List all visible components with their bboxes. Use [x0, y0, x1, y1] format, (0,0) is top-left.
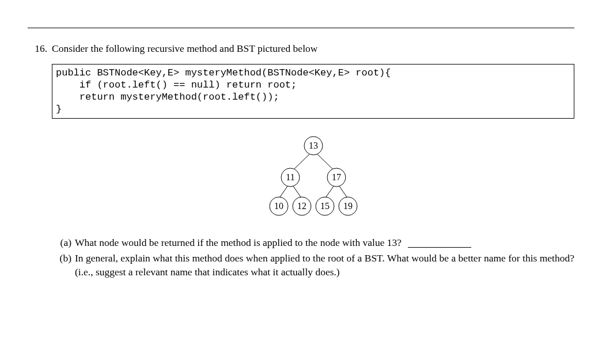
tree-node-label: 17 [332, 172, 341, 182]
subpart-text: What node would be returned if the metho… [75, 236, 574, 250]
tree-node-label: 11 [286, 172, 294, 182]
bst-diagram: 13 11 17 10 12 15 19 [250, 131, 377, 223]
answer-blank[interactable] [408, 247, 471, 248]
subpart-text: In general, explain what this method doe… [75, 252, 574, 279]
tree-node-label: 13 [309, 141, 318, 150]
code-box: public BSTNode<Key,E> mysteryMethod(BSTN… [52, 64, 574, 119]
problem: 16. Consider the following recursive met… [28, 42, 574, 282]
tree-node-label: 15 [320, 201, 330, 211]
problem-number: 16. [28, 42, 52, 282]
problem-body: Consider the following recursive method … [52, 42, 574, 282]
subpart-a-text: What node would be returned if the metho… [75, 237, 402, 248]
subpart-b: (b) In general, explain what this method… [52, 252, 574, 279]
code-line: } [56, 104, 62, 115]
subpart-label: (b) [52, 252, 75, 279]
tree-node-label: 19 [343, 201, 353, 211]
page: 16. Consider the following recursive met… [0, 0, 602, 364]
tree-node-label: 12 [297, 201, 306, 211]
subpart-label: (a) [52, 236, 75, 250]
top-rule [28, 28, 574, 28]
problem-prompt: Consider the following recursive method … [52, 43, 317, 54]
code-line: public BSTNode<Key,E> mysteryMethod(BSTN… [56, 67, 391, 78]
tree-node-label: 10 [274, 201, 283, 211]
code-line: return mysteryMethod(root.left()); [56, 92, 279, 103]
code-line: if (root.left() == null) return root; [56, 79, 297, 90]
subpart-a: (a) What node would be returned if the m… [52, 236, 574, 250]
subparts: (a) What node would be returned if the m… [52, 236, 574, 279]
